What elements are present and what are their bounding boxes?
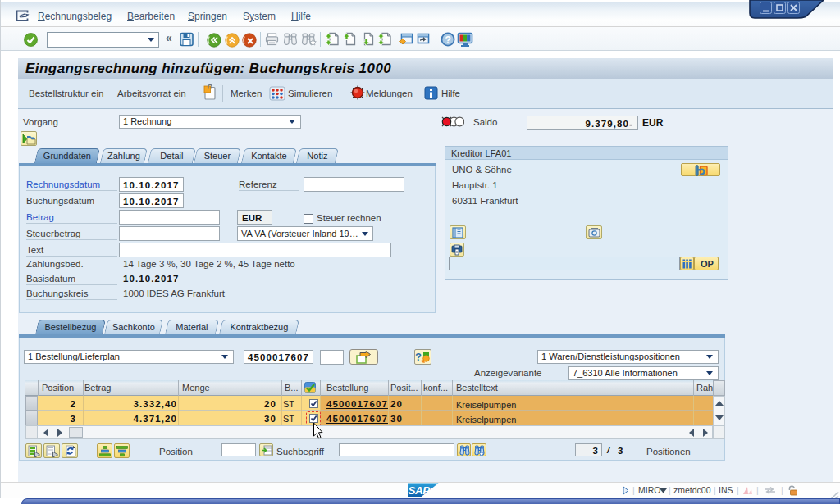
svg-text:?: ? [445, 34, 451, 46]
svg-text:?: ? [415, 351, 422, 363]
